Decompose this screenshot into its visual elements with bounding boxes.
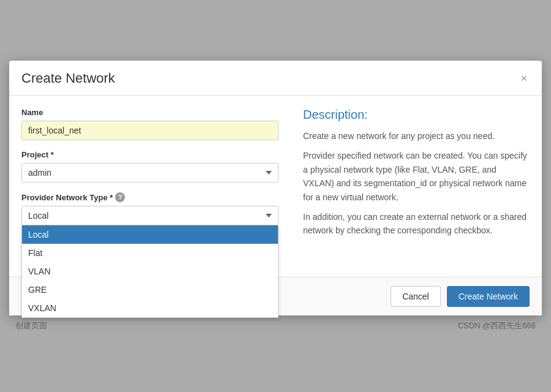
right-panel: Description: Create a new network for an… [297,108,530,265]
dialog-title: Create Network [21,70,115,86]
dropdown-item-vxlan[interactable]: VXLAN [22,299,278,317]
project-label: Project * [21,150,279,159]
dropdown-item-vlan[interactable]: VLAN [22,262,278,281]
project-group: Project * admin [21,150,279,183]
project-select[interactable]: admin [21,163,279,183]
name-group: Name [21,108,279,140]
provider-network-type-dropdown-list: Local Flat VLAN GRE VXLAN [21,225,279,318]
create-network-dialog: Create Network × Name Project * [9,61,542,315]
name-input[interactable] [21,121,279,140]
create-network-button[interactable]: Create Network [447,286,530,307]
provider-network-type-label-row: Provider Network Type * ? [21,192,279,202]
page-footer-left: 创建页面 [15,320,47,331]
left-panel: Name Project * admin [21,108,279,265]
page-footer-right: CSDN @西西先生666 [458,320,536,331]
provider-network-type-label: Provider Network Type * [21,193,113,202]
page-footer: 创建页面 CSDN @西西先生666 [9,320,542,331]
cancel-button[interactable]: Cancel [391,286,441,307]
dialog-body: Name Project * admin [9,96,542,277]
provider-required: * [110,193,113,202]
name-label: Name [21,108,279,117]
project-required: * [51,150,54,159]
description-para-3: In addition, you can create an external … [303,210,530,238]
provider-network-type-group: Provider Network Type * ? Local Flat VLA… [21,192,279,225]
close-button[interactable]: × [518,73,530,84]
description-title: Description: [303,108,530,122]
help-icon[interactable]: ? [115,192,125,202]
dropdown-item-local[interactable]: Local [22,225,278,244]
description-para-2: Provider specified network can be create… [303,149,530,204]
provider-network-type-dropdown-container: Local Flat VLAN GRE VXLAN Local Flat VLA… [21,206,279,225]
dropdown-item-gre[interactable]: GRE [22,281,278,299]
dialog-header: Create Network × [9,61,542,96]
description-para-1: Create a new network for any project as … [303,129,530,143]
dropdown-item-flat[interactable]: Flat [22,244,278,262]
provider-network-type-select[interactable]: Local Flat VLAN GRE VXLAN [21,206,279,225]
